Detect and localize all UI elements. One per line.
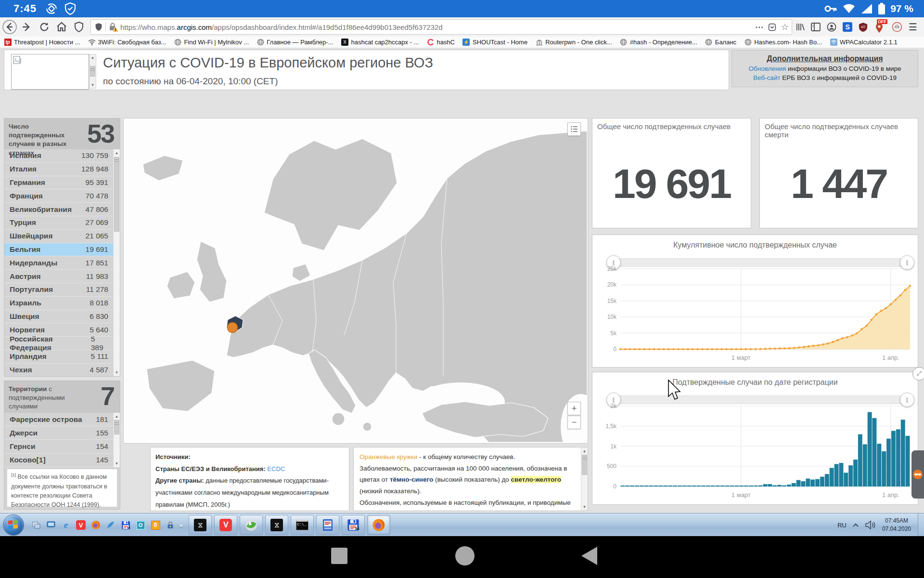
url-bar[interactable]: https://who.maps.arcgis.com/apps/opsdash… [90,19,792,35]
bookmark-item[interactable]: Find Wi-Fi | Mylnikov ... [174,39,249,46]
library-button[interactable] [795,22,805,32]
bookmark-item[interactable]: #hash - Определение... [620,39,697,46]
country-row[interactable]: Чехия4 587 [4,364,113,377]
pocket-button[interactable] [768,23,776,31]
quicklaunch-floppy64[interactable]: 64 [120,520,131,530]
taskbar-button-hashcat[interactable]: ⧖ [189,515,212,535]
fingerprint-extension-icon[interactable] [892,22,902,32]
globe-icon [620,39,628,46]
bookmark-item[interactable]: hashC [426,39,455,46]
country-row[interactable]: Израиль8 018 [4,297,113,310]
home-button[interactable] [54,19,69,35]
country-row[interactable]: Франция70 478 [4,189,113,203]
back-nav-button[interactable] [581,547,597,565]
info-link-website[interactable]: Веб-сайт [753,74,781,81]
country-row[interactable]: Австрия11 983 [4,270,113,283]
territory-row[interactable]: Джерси155 [4,426,113,440]
territories-scrollbar[interactable]: ▲ ▼ [113,413,120,467]
country-row[interactable]: Ирландия5 111 [4,350,113,364]
bookmark-item[interactable]: Главное — Рамблер-... [257,39,333,46]
scroll-down-arrow[interactable]: ▼ [90,82,96,88]
tracking-protection-shield-icon[interactable] [71,19,87,35]
bookmark-item[interactable]: tpThreatpost | Новости ... [4,39,80,46]
show-desktop-button[interactable] [918,513,924,537]
ublock-origin-icon[interactable]: uO [859,22,868,32]
reload-button[interactable] [37,19,52,35]
page-actions-button[interactable]: ⋯ [755,22,763,32]
territory-row[interactable]: Фарерские острова181 [4,413,113,426]
bookmark-item[interactable]: Routerpwn - One click... [535,39,612,46]
territory-row[interactable]: Косово[1]145 [4,454,113,467]
info-link-updates[interactable]: Обновления [749,65,786,72]
quicklaunch-teal-o[interactable]: O [135,520,146,530]
quick-launch-overflow[interactable]: » [180,522,183,529]
map-legend-button[interactable] [567,122,581,136]
quicklaunch-vivaldi[interactable]: V [76,520,86,530]
recents-button[interactable] [331,548,347,564]
country-row[interactable]: Российская Федерация5 389 [4,337,113,350]
bookmark-item[interactable]: WPACalculator 2.1.1 [830,39,898,46]
country-row[interactable]: Великобритания47 806 [4,203,113,216]
country-row[interactable]: Испания130 759 [4,149,113,163]
taskbar-button-vivaldi[interactable]: V [214,515,237,535]
country-row[interactable]: Турция27 069 [4,216,113,230]
panel-expand-button[interactable]: ⤢ [912,367,924,381]
home-nav-button[interactable] [455,546,475,565]
tray-clock[interactable]: 07:45AM 07.04.2020 [882,517,911,534]
note-scrollbar[interactable]: ▲ ▼ [581,447,588,511]
bookmark-item[interactable]: 3WiFi: Свободная баз... [88,39,167,46]
taskbar-button-green-orb[interactable] [240,515,263,535]
svg-text:1 март: 1 март [732,491,751,499]
bookmark-star-button[interactable]: ☆ [781,22,789,32]
permissions-shield-icon[interactable] [95,23,103,31]
country-row[interactable]: Швейцария21 065 [4,230,113,243]
taskbar-button-hashcat[interactable]: ⧖ [265,515,288,535]
quicklaunch-fin[interactable] [105,520,116,530]
quicklaunch-explorer[interactable] [46,520,56,530]
quicklaunch-firefox[interactable] [90,520,101,530]
quicklaunch-orange-zero[interactable]: 0 [150,520,161,530]
country-row[interactable]: Бельгия19 691 [4,243,113,257]
bookmark-item[interactable]: ⚡SHOUTcast - Home [462,39,527,46]
bookmark-item[interactable]: Баланс [705,39,736,46]
europe-map[interactable] [124,118,588,443]
svg-text:64: 64 [127,526,130,529]
bookmark-item[interactable]: Hashes.com- Hash Bo... [744,39,822,46]
scroll-thumb[interactable] [90,66,95,77]
bookmark-item[interactable]: ⧖hashcat cap2hccapx - ... [341,39,419,46]
volume-icon[interactable] [865,520,876,530]
header-scrollbar[interactable]: ▲ ▼ [89,54,96,89]
battery-percent: 97 % [890,3,913,14]
countries-scrollbar[interactable]: ▲ ▼ [113,149,120,376]
remote-control-side-tab[interactable] [911,450,924,499]
country-row[interactable]: Португалия11 278 [4,283,113,297]
language-indicator[interactable]: RU [837,522,847,529]
quicklaunch-ie[interactable]: e [61,520,71,530]
country-row[interactable]: Швеция6 830 [4,310,113,324]
sidebars-button[interactable] [811,23,821,31]
tray-expand-arrow[interactable] [852,523,859,527]
territory-row[interactable]: Гернси154 [4,440,113,453]
taskbar-button-floppy64[interactable]: 64 [342,515,365,535]
forward-button[interactable] [19,19,35,35]
back-button[interactable] [2,19,17,35]
taskbar-button-firefox[interactable] [367,515,390,535]
account-button[interactable] [827,22,836,32]
start-button[interactable] [3,514,24,536]
ecdc-link[interactable]: ECDC [267,465,285,473]
vpn-extension-off-icon[interactable]: OFF [874,21,886,33]
country-row[interactable]: Нидерланды17 851 [4,256,113,270]
menu-button[interactable]: ☰ [909,21,917,33]
taskbar-button-cmd[interactable]: C:\_ [291,515,314,535]
quicklaunch-show-desktop[interactable] [31,520,41,530]
lock-warning-icon[interactable] [109,22,118,32]
url-domain: arcgis.com [177,23,212,31]
country-row[interactable]: Германия95 391 [4,176,113,190]
country-row[interactable]: Италия128 948 [4,163,113,176]
map-zoom-in-button[interactable]: + [567,402,581,415]
taskbar-button-blue-doc[interactable] [316,515,339,535]
scroll-up-arrow[interactable]: ▲ [90,54,96,61]
map-zoom-out-button[interactable]: − [567,416,581,429]
session-extension-icon[interactable]: S [843,22,852,32]
quicklaunch-lock[interactable] [165,520,176,530]
